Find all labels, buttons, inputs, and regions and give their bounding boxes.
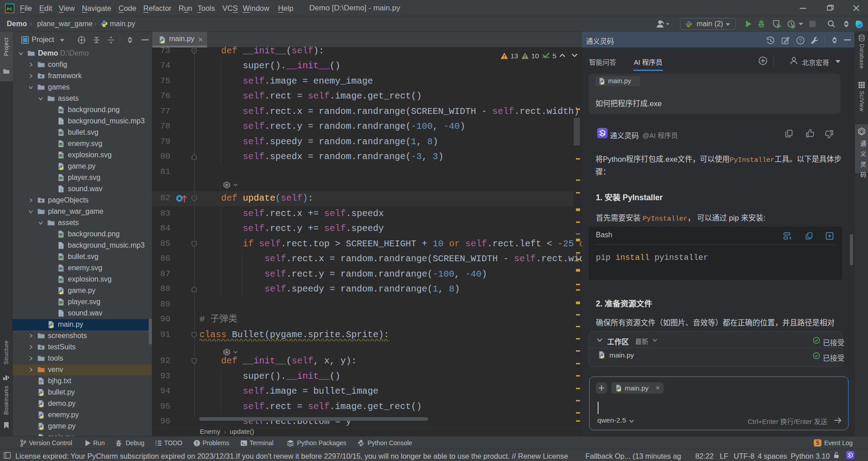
svg-text:?: ? [799, 38, 802, 43]
svg-text:PC: PC [7, 7, 13, 11]
